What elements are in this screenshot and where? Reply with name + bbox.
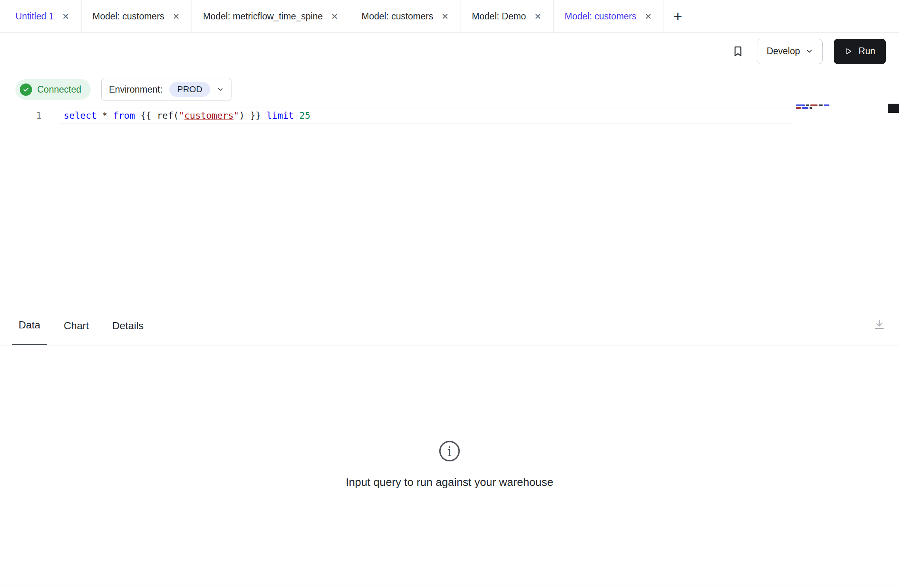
tab-untitled-1[interactable]: Untitled 1 ✕	[0, 0, 82, 32]
ide-window: Untitled 1 ✕ Model: customers ✕ Model: m…	[0, 0, 899, 588]
bookmark-icon	[732, 45, 744, 58]
minimap	[796, 104, 833, 110]
close-icon[interactable]: ✕	[533, 11, 542, 21]
tab-label: Untitled 1	[15, 11, 54, 22]
tab-label: Model: customers	[93, 11, 165, 22]
tab-label: Model: Demo	[472, 11, 526, 22]
bookmark-button[interactable]	[730, 44, 746, 59]
play-icon	[844, 47, 853, 55]
check-circle-icon	[20, 83, 32, 96]
tab-label: Model: customers	[565, 11, 637, 22]
status-bar: Connected Environment: PROD	[15, 78, 231, 101]
close-icon[interactable]: ✕	[61, 11, 70, 21]
results-tabbar: Data Chart Details	[0, 306, 899, 345]
tab-model-metricflow-time-spine[interactable]: Model: metricflow_time_spine ✕	[192, 0, 351, 32]
tab-label: Data	[19, 319, 40, 331]
environment-selector[interactable]: Environment: PROD	[101, 78, 231, 101]
environment-value-badge: PROD	[169, 82, 211, 97]
tab-model-customers-2[interactable]: Model: customers ✕	[350, 0, 461, 32]
info-icon: i	[438, 439, 461, 465]
download-results-button[interactable]	[871, 317, 887, 332]
tab-data[interactable]: Data	[12, 306, 47, 345]
chevron-down-icon	[806, 47, 813, 55]
code-text[interactable]: select * from {{ ref("customers") }} lim…	[51, 108, 310, 123]
tab-details[interactable]: Details	[106, 306, 150, 345]
environment-label: Environment:	[109, 84, 163, 95]
download-icon	[873, 318, 886, 331]
tab-label: Details	[112, 320, 144, 332]
tab-model-customers-1[interactable]: Model: customers ✕	[82, 0, 192, 32]
editor-tabbar: Untitled 1 ✕ Model: customers ✕ Model: m…	[0, 0, 899, 33]
ref-link[interactable]: customers	[184, 110, 234, 121]
editor-scrollbar-thumb[interactable]	[888, 104, 899, 113]
tab-label: Chart	[64, 320, 89, 332]
close-icon[interactable]: ✕	[330, 11, 339, 21]
develop-menu-button[interactable]: Develop	[757, 39, 822, 64]
tab-model-customers-3[interactable]: Model: customers ✕	[554, 0, 664, 32]
bottom-divider	[0, 586, 899, 586]
tab-chart[interactable]: Chart	[57, 306, 96, 345]
close-icon[interactable]: ✕	[172, 11, 180, 21]
chevron-down-icon	[217, 86, 224, 93]
toolbar: Develop Run	[0, 33, 899, 70]
close-icon[interactable]: ✕	[644, 11, 653, 21]
add-tab-button[interactable]: +	[664, 0, 692, 32]
run-label: Run	[859, 46, 875, 57]
tab-model-demo[interactable]: Model: Demo ✕	[461, 0, 554, 32]
run-button[interactable]: Run	[834, 39, 886, 64]
develop-label: Develop	[766, 46, 800, 57]
connection-status-badge: Connected	[15, 79, 91, 100]
line-number: 1	[0, 108, 51, 123]
connection-status-label: Connected	[37, 84, 81, 95]
code-line-1[interactable]: 1 select * from {{ ref("customers") }} l…	[0, 108, 899, 123]
plus-icon: +	[673, 8, 682, 25]
sql-editor[interactable]: 1 select * from {{ ref("customers") }} l…	[0, 104, 899, 306]
close-icon[interactable]: ✕	[441, 11, 450, 21]
empty-state-message: Input query to run against your warehous…	[0, 476, 899, 489]
tab-label: Model: customers	[361, 11, 433, 22]
svg-text:i: i	[448, 444, 452, 459]
tab-label: Model: metricflow_time_spine	[203, 11, 323, 22]
